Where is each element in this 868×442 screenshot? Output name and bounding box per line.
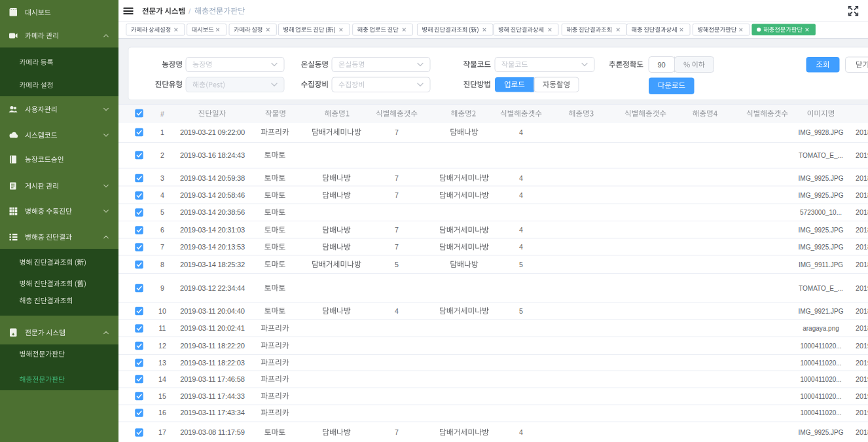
svg-text:2019-03-11 17:44:33: 2019-03-11 17:44:33	[180, 392, 244, 400]
svg-text:2019-03-14 18:25:32: 2019-03-14 18:25:32	[180, 261, 245, 268]
svg-text:1000411020...: 1000411020...	[800, 359, 841, 367]
svg-text:7: 7	[395, 128, 399, 136]
svg-text:4: 4	[519, 243, 523, 251]
svg-text:15: 15	[158, 392, 166, 400]
svg-text:11: 11	[159, 324, 166, 332]
svg-text:1: 1	[160, 128, 164, 136]
svg-text:TOMATO_E_...: TOMATO_E_...	[799, 285, 843, 292]
svg-text:90: 90	[657, 61, 665, 69]
svg-text:aragaya.png: aragaya.png	[803, 325, 839, 332]
svg-text:IMG_9911.JPG: IMG_9911.JPG	[799, 261, 843, 268]
svg-text:2019-03-14 20:58:46: 2019-03-14 20:58:46	[180, 191, 245, 199]
svg-text:2019: 2019	[856, 151, 868, 159]
svg-text:2018: 2018	[856, 307, 868, 315]
svg-text:2018: 2018	[856, 208, 868, 216]
svg-text:IMG_9925.JPG: IMG_9925.JPG	[799, 429, 844, 436]
svg-text:2019: 2019	[856, 359, 868, 367]
svg-text:IMG_9925.JPG: IMG_9925.JPG	[799, 227, 844, 234]
svg-text:2018: 2018	[856, 243, 868, 251]
svg-text:4: 4	[519, 128, 523, 136]
svg-text:2019-03-11 20:02:41: 2019-03-11 20:02:41	[180, 324, 244, 332]
svg-text:4: 4	[519, 174, 523, 182]
svg-text:2: 2	[160, 151, 164, 159]
svg-text:2019: 2019	[856, 409, 868, 416]
svg-text:2019: 2019	[856, 342, 868, 350]
svg-text:1000411020...: 1000411020...	[800, 342, 841, 350]
svg-text:IMG_9925.JPG: IMG_9925.JPG	[799, 244, 844, 251]
svg-text:2019-03-14 20:38:56: 2019-03-14 20:38:56	[180, 208, 245, 216]
svg-text:2019-03-11 18:22:20: 2019-03-11 18:22:20	[180, 342, 244, 350]
svg-text:IMG_9928.JPG: IMG_9928.JPG	[799, 129, 844, 136]
svg-text:7: 7	[160, 243, 164, 251]
svg-text:4: 4	[519, 428, 523, 436]
svg-text:2018: 2018	[856, 428, 868, 436]
svg-text:2019-03-08 11:17:59: 2019-03-08 11:17:59	[180, 428, 244, 436]
svg-text:IMG_9921.JPG: IMG_9921.JPG	[799, 308, 844, 315]
svg-text:12: 12	[158, 342, 166, 350]
svg-text:14: 14	[158, 375, 166, 383]
svg-text:1000411020...: 1000411020...	[800, 409, 841, 416]
svg-text:2019-03-21 09:22:00: 2019-03-21 09:22:00	[180, 128, 245, 136]
svg-text:4: 4	[395, 307, 399, 315]
svg-text:2019-03-16 18:24:43: 2019-03-16 18:24:43	[180, 151, 245, 159]
svg-text:7: 7	[395, 174, 399, 182]
svg-text:2019-03-11 20:04:40: 2019-03-11 20:04:40	[180, 307, 244, 315]
svg-text:2019-03-11 17:46:58: 2019-03-11 17:46:58	[180, 375, 244, 383]
svg-text:8: 8	[160, 261, 164, 268]
svg-text:2018: 2018	[856, 261, 868, 268]
svg-text:2019-03-11 18:22:03: 2019-03-11 18:22:03	[180, 359, 244, 367]
svg-text:5: 5	[160, 208, 164, 216]
svg-text:16: 16	[158, 409, 166, 416]
svg-text:2019-03-11 17:43:34: 2019-03-11 17:43:34	[180, 409, 244, 416]
svg-text:2019: 2019	[856, 284, 868, 292]
svg-text:2018: 2018	[856, 191, 868, 199]
svg-text:2019-03-14 20:59:38: 2019-03-14 20:59:38	[180, 174, 245, 182]
svg-text:7: 7	[395, 243, 399, 251]
svg-text:5: 5	[519, 261, 523, 268]
svg-text:2018: 2018	[856, 174, 868, 182]
svg-text:IMG_9925.JPG: IMG_9925.JPG	[799, 175, 844, 182]
svg-text:4: 4	[519, 191, 523, 199]
svg-text:5: 5	[395, 261, 399, 268]
svg-text:2019-03-14 20:13:53: 2019-03-14 20:13:53	[180, 243, 245, 251]
svg-text:17: 17	[158, 428, 166, 436]
svg-text:1000411020...: 1000411020...	[800, 376, 841, 383]
svg-text:7: 7	[395, 191, 399, 199]
svg-text:10: 10	[158, 307, 166, 315]
svg-text:2019: 2019	[856, 392, 868, 400]
svg-text:4: 4	[160, 191, 164, 199]
svg-text:#: #	[160, 110, 164, 118]
svg-text:IMG_9925.JPG: IMG_9925.JPG	[799, 192, 844, 199]
svg-text:2018: 2018	[856, 128, 868, 136]
svg-text:13: 13	[158, 359, 166, 367]
svg-text:5: 5	[519, 307, 523, 315]
svg-text:1000411020...: 1000411020...	[800, 393, 841, 400]
svg-text:6: 6	[160, 226, 164, 234]
svg-text:9: 9	[160, 284, 164, 292]
svg-text:7: 7	[395, 428, 399, 436]
svg-text:2019-03-12 22:34:44: 2019-03-12 22:34:44	[180, 284, 245, 292]
svg-text:2018: 2018	[856, 226, 868, 234]
svg-text:5723000_10...: 5723000_10...	[800, 209, 842, 216]
svg-text:3: 3	[160, 174, 164, 182]
svg-text:7: 7	[395, 226, 399, 234]
svg-text:2018: 2018	[856, 324, 868, 332]
svg-text:2019: 2019	[856, 375, 868, 383]
svg-text:2019-03-14 20:31:03: 2019-03-14 20:31:03	[180, 226, 245, 234]
svg-text:4: 4	[519, 226, 523, 234]
svg-text:TOMATO_E_...: TOMATO_E_...	[799, 152, 843, 159]
